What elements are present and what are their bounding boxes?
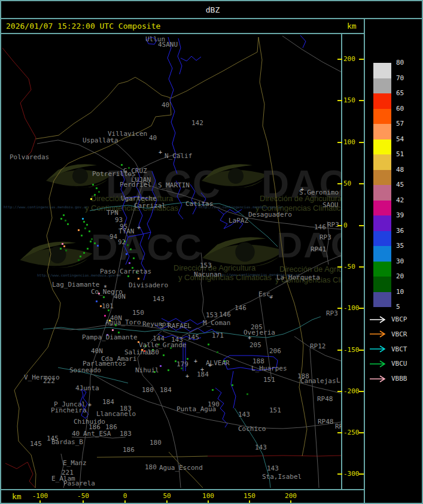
axis-tick (166, 500, 168, 504)
vbcr-arrow-icon (370, 330, 388, 338)
axis-tick (337, 183, 342, 184)
scale-boundary-label: 39 (396, 211, 404, 219)
scale-boundary-label: 35 (396, 242, 404, 250)
map-path-intl (5, 462, 35, 488)
radar-echo (96, 300, 98, 302)
map-label: 205 (249, 341, 261, 349)
map-path-border (97, 456, 208, 457)
map-path-river (300, 35, 306, 48)
map-label: 179 (176, 360, 188, 368)
scale-boundary-label: 5 (396, 303, 400, 311)
map-label: 142 (191, 119, 203, 127)
scale-boundary-label: 70 (396, 74, 404, 82)
title-bar: dBZ (1, 1, 423, 18)
map-label: RP3 (319, 233, 331, 241)
map-marker: + (269, 294, 273, 300)
axis-tick (359, 350, 364, 351)
map-label: 143 (171, 336, 183, 344)
map-label: Bardas_B (51, 438, 83, 446)
scale-boundary-label: 30 (396, 257, 404, 265)
map-marker: + (185, 373, 189, 379)
map-label: RP41 (311, 245, 327, 253)
map-label: S_RAFAEL (160, 322, 191, 330)
scale-boundary-label: 48 (396, 166, 404, 174)
map-label: 151 (263, 376, 275, 384)
radar-echo (94, 242, 96, 244)
scale-band (373, 139, 391, 155)
scale-boundary-label: 54 (396, 135, 404, 143)
scale-band (373, 109, 391, 125)
radar-echo (84, 227, 86, 229)
axis-tick (359, 183, 364, 184)
watermark-wordmark: DACC (91, 226, 203, 268)
map-path-intl (2, 48, 36, 157)
axis-tick (337, 391, 342, 392)
radar-echo (96, 187, 98, 189)
radar-echo (217, 351, 218, 353)
radar-echo (129, 262, 130, 264)
radar-echo (62, 243, 63, 245)
vbcu-arrow-icon (370, 360, 388, 368)
radar-echo (67, 223, 69, 225)
radar-echo (127, 244, 129, 246)
map-label: G_CRUZ (123, 167, 147, 175)
radar-echo (104, 315, 106, 317)
map-label: 184 (160, 386, 172, 394)
radar-echo (82, 218, 84, 220)
legend-item: VBCU (370, 360, 407, 368)
radar-echo (208, 344, 209, 345)
map-label: 4SANU (158, 41, 178, 48)
scale-boundary-label: 45 (396, 181, 404, 189)
scale-band (373, 262, 391, 277)
map-label: Desaguadero (248, 211, 292, 218)
scale-boundary-label: 36 (396, 227, 404, 235)
scale-band (373, 170, 391, 186)
scale-band (373, 154, 391, 170)
map-label: 143 (255, 444, 267, 451)
vbcp-arrow-icon (370, 316, 388, 323)
map-label: 40 (149, 134, 157, 142)
axis-tick (359, 59, 364, 60)
legend-item: VBBB (370, 375, 407, 382)
eye-pupil (228, 168, 244, 184)
map-marker: + (300, 186, 304, 193)
axis-tick-label: 100 (343, 138, 359, 146)
map-label: Cochico (238, 425, 266, 433)
legend-label: VBCP (391, 315, 407, 323)
radar-echo (81, 235, 83, 236)
map-label: Carrizal (134, 202, 166, 210)
map-label: 143 (153, 295, 165, 303)
map-marker: + (88, 402, 92, 408)
map-label: 206 (269, 347, 281, 355)
radar-echo (103, 296, 105, 298)
axis-tick (337, 225, 342, 226)
axis-tick-label: -200 (343, 387, 359, 395)
axis-tick-label: 150 (240, 492, 259, 500)
map-label: La_Horqueta (276, 274, 320, 281)
radar-echo (232, 384, 233, 386)
legend-label: VBCU (391, 360, 407, 368)
axis-tick-label: 50 (157, 492, 176, 500)
axis-tick-label: -100 (31, 492, 50, 500)
radar-echo (97, 245, 99, 247)
axis-tick (337, 350, 342, 351)
legend-item: VBCT (370, 345, 407, 353)
map-label: 40N (110, 314, 122, 322)
axis-tick (337, 266, 342, 268)
map-label: 145 (30, 440, 42, 448)
map-label: 184 (102, 398, 114, 406)
map-label: 180 (147, 348, 159, 356)
radar-echo (91, 238, 93, 240)
scale-band (373, 277, 391, 292)
map-path-river (181, 56, 201, 61)
radar-echo (130, 248, 132, 250)
map-label: Sta,Isabel (262, 473, 302, 481)
right-axis: 200150100500-50-100-150-200-250-300 (336, 34, 364, 489)
map-marker: + (194, 358, 197, 365)
map-label: Agua_Escond (159, 464, 203, 472)
map-path-river (231, 371, 236, 408)
axis-tick (290, 500, 291, 504)
axis-tick-label: -300 (343, 470, 359, 478)
map-label: 183 (120, 430, 132, 438)
axis-tick-label: -50 (74, 492, 93, 500)
